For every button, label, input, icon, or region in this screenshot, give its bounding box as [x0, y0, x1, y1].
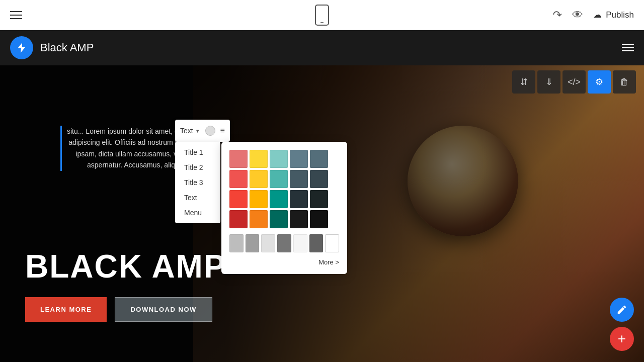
right-toolbar: ⇵ ⇓ </> ⚙ 🗑 [512, 70, 636, 94]
delete-icon-button[interactable]: 🗑 [613, 70, 636, 94]
download-icon-button[interactable]: ⇓ [537, 70, 560, 94]
learn-more-button[interactable]: LEARN MORE [25, 297, 107, 322]
toolbar-left [10, 11, 22, 19]
preview-eye-icon[interactable]: 👁 [572, 9, 583, 22]
color-swatch-yellow[interactable] [250, 150, 268, 168]
color-swatch-teal-light[interactable] [270, 150, 288, 168]
color-swatch-white[interactable] [325, 234, 339, 252]
more-colors-link[interactable]: More > [229, 258, 339, 266]
hamburger-menu-icon[interactable] [10, 11, 22, 19]
top-toolbar: ↶ 👁 ☁ Publish [0, 0, 644, 30]
cloud-upload-icon: ☁ [593, 10, 602, 20]
color-swatch-grey-medium[interactable] [277, 234, 291, 252]
color-swatch-amber[interactable] [250, 170, 268, 188]
undo-icon[interactable]: ↶ [553, 9, 562, 22]
publish-button[interactable]: ☁ Publish [593, 10, 634, 20]
chevron-down-icon: ▼ [195, 128, 200, 134]
color-swatch-teal-dark[interactable] [270, 190, 288, 208]
text-format-toolbar: Text ▼ ≡ [175, 120, 230, 142]
color-swatch-orange[interactable] [250, 210, 268, 228]
pencil-icon [616, 304, 627, 315]
settings-icon-button[interactable]: ⚙ [588, 70, 611, 94]
download-now-button[interactable]: DOWNLOAD NOW [115, 297, 212, 322]
dropdown-title2[interactable]: Title 2 [175, 160, 220, 175]
color-swatch-blue-grey-dark[interactable] [310, 150, 328, 168]
toolbar-right: ↶ 👁 ☁ Publish [553, 9, 634, 22]
dropdown-text[interactable]: Text [175, 190, 220, 205]
hero-buttons: LEARN MORE DOWNLOAD NOW [25, 297, 226, 322]
color-swatch-charcoal[interactable] [290, 190, 308, 208]
toolbar-center [315, 5, 329, 26]
text-align-icon[interactable]: ≡ [220, 126, 225, 135]
logo-icon [10, 36, 33, 59]
site-title: Black AMP [40, 41, 94, 54]
color-swatch-grey-dark[interactable] [309, 234, 324, 252]
text-type-dropdown: Title 1 Title 2 Title 3 Text Menu [175, 142, 220, 223]
color-swatch-dark-red[interactable] [229, 210, 248, 228]
edit-fab-button[interactable] [610, 298, 634, 322]
publish-label: Publish [606, 10, 634, 20]
hero-text-block: BLACK AMP LEARN MORE DOWNLOAD NOW [25, 248, 226, 322]
color-swatch-dark-teal[interactable] [270, 210, 288, 228]
site-logo: Black AMP [10, 36, 94, 59]
color-swatch-black[interactable] [310, 210, 328, 228]
color-swatch-near-black[interactable] [310, 190, 328, 208]
color-grid [229, 150, 339, 228]
sort-icon-button[interactable]: ⇵ [512, 70, 535, 94]
dropdown-menu[interactable]: Menu [175, 205, 220, 220]
main-content: situ... Lorem ipsum dolor sit amet, cons… [0, 65, 644, 362]
site-header: Black AMP [0, 30, 644, 65]
color-swatch-grey-light[interactable] [229, 234, 244, 252]
mobile-preview-icon[interactable] [315, 5, 329, 26]
dropdown-title3[interactable]: Title 3 [175, 175, 220, 190]
text-type-label: Text [180, 127, 193, 135]
text-type-button[interactable]: Text ▼ [180, 127, 200, 135]
color-swatch-blue-grey[interactable] [290, 150, 308, 168]
color-swatch-dark-slate[interactable] [310, 170, 328, 188]
lightning-icon [16, 42, 28, 54]
color-swatch-red[interactable] [229, 190, 248, 208]
color-swatch-red-light[interactable] [229, 150, 248, 168]
color-swatch-red-medium[interactable] [229, 170, 248, 188]
color-picker-dot[interactable] [205, 126, 215, 136]
color-swatch-amber-dark[interactable] [250, 190, 268, 208]
site-header-menu-icon[interactable] [622, 44, 634, 51]
color-swatch-grey[interactable] [246, 234, 260, 252]
color-palette-panel: More > [221, 142, 347, 274]
color-swatch-near-white[interactable] [293, 234, 307, 252]
color-swatch-grey-lighter[interactable] [261, 234, 275, 252]
color-swatch-teal[interactable] [270, 170, 288, 188]
color-swatch-slate[interactable] [290, 170, 308, 188]
add-fab-button[interactable]: + [610, 327, 634, 351]
hero-title: BLACK AMP [25, 248, 226, 285]
color-swatch-very-dark[interactable] [290, 210, 308, 228]
code-icon-button[interactable]: </> [562, 70, 586, 94]
dropdown-title1[interactable]: Title 1 [175, 145, 220, 160]
